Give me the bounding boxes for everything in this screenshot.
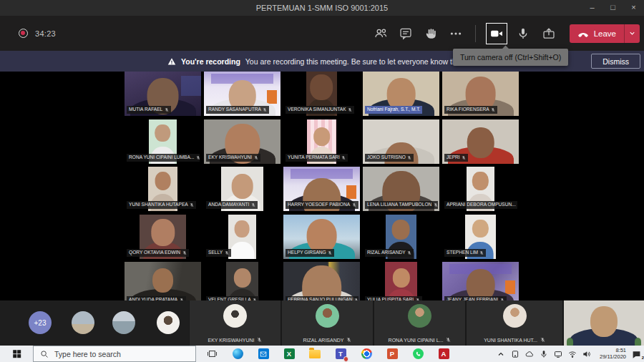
participant-name-label: VELENT GRESILLA: [206, 296, 259, 300]
start-button[interactable]: [0, 346, 33, 362]
mic-muted-icon: [253, 298, 257, 300]
acrobat-app[interactable]: A: [438, 348, 449, 360]
teams-app[interactable]: T: [335, 348, 346, 360]
acrobat-icon: A: [439, 348, 449, 359]
participant-tile[interactable]: SELLY: [204, 215, 280, 259]
mic-muted-icon: [196, 155, 200, 160]
tray-expand-icon[interactable]: [497, 350, 505, 358]
participant-name-label: MUTIA RAFAEL: [127, 106, 171, 114]
dismiss-button[interactable]: Dismiss: [591, 54, 640, 69]
participant-tile[interactable]: STEPHEN LIM: [442, 215, 519, 259]
participant-tile[interactable]: HELPY GIRSANG: [283, 215, 360, 259]
participant-tile[interactable]: JEANY JEAN FEBRIANI: [442, 262, 519, 300]
tray-microphone-icon[interactable]: [540, 350, 548, 358]
mic-muted-icon: [341, 155, 346, 160]
device-icon[interactable]: [511, 350, 519, 358]
onedrive-icon[interactable]: [525, 350, 534, 358]
participant-tile[interactable]: MUTIA RAFAEL: [125, 72, 201, 116]
edge-app[interactable]: [232, 348, 243, 360]
participant-tile[interactable]: RONA YUNI CIPAINI LUMBA...: [125, 119, 201, 164]
participant-tile[interactable]: VELENT GRESILLA: [204, 262, 280, 300]
participant-tile[interactable]: QORY OKTAVIA EDWIN: [125, 215, 201, 259]
recording-dot-icon: [19, 29, 28, 38]
meeting-timer: 34:23: [35, 29, 56, 38]
leave-menu-chevron[interactable]: [625, 24, 640, 43]
participant-tile[interactable]: HARRY YOESOEF PABIONA: [283, 167, 360, 211]
participant-tile[interactable]: YUNI SHANTIKA HUTAPEA: [125, 167, 201, 211]
participant-tile[interactable]: YUNI SHANTIKA HUT...: [467, 300, 562, 346]
display-icon[interactable]: [554, 350, 562, 358]
participant-tile[interactable]: EKY KRISWAHYUNI: [190, 300, 280, 346]
participant-tile[interactable]: LENA LILIANA TAMPUBOLON: [363, 167, 439, 211]
minimize-button[interactable]: –: [582, 0, 602, 16]
participant-tile[interactable]: RIZAL ARISANDY: [363, 215, 439, 259]
overflow-participants-badge[interactable]: +23: [29, 311, 52, 334]
notification-count: 2: [642, 356, 644, 360]
participant-tile[interactable]: JEPRI: [442, 119, 519, 164]
excel-app[interactable]: X: [283, 348, 295, 360]
participant-name-label: LENA LILIANA TAMPUBOLON: [365, 201, 438, 209]
video-grid: MUTIA RAFAEL RANDY SASANAPUTRA VERONIKA …: [125, 72, 519, 300]
chat-icon[interactable]: [399, 27, 412, 40]
participant-name-label: HARRY YOESOEF PABIONA: [286, 201, 358, 209]
file-explorer-app[interactable]: [309, 348, 321, 360]
mic-muted-icon: [479, 250, 484, 255]
windows-taskbar: Type here to search X T P A 8:51 29/11/2…: [0, 346, 644, 362]
avatar[interactable]: [72, 311, 94, 334]
participant-tile-active-speaker[interactable]: Nofriani Fajrah, S.T., M.T.: [363, 72, 439, 116]
close-button[interactable]: ×: [623, 0, 644, 16]
participant-tile[interactable]: JOKO SUTRISNO: [363, 119, 439, 164]
participant-tile[interactable]: EKY KRISWAHYUNI: [204, 119, 280, 164]
powerpoint-app[interactable]: P: [386, 348, 398, 360]
task-view-button[interactable]: [206, 348, 218, 360]
raise-hand-icon[interactable]: [424, 27, 437, 40]
participant-tile[interactable]: YUNITA PERMATA SARI: [283, 119, 360, 164]
participant-tile[interactable]: VERONIKA SIMANJUNTAK: [283, 72, 360, 116]
maximize-button[interactable]: □: [602, 0, 623, 16]
mail-app[interactable]: [258, 348, 269, 360]
taskbar-clock[interactable]: 8:51 29/11/2020: [600, 348, 626, 360]
participant-tile[interactable]: FEBRINA SANJO PULUNGAN: [283, 262, 360, 300]
microphone-icon[interactable]: [517, 27, 530, 40]
share-screen-icon[interactable]: [542, 27, 556, 40]
volume-icon[interactable]: [582, 350, 591, 358]
participant-name-label: RANDY SASANAPUTRA: [206, 106, 269, 114]
participant-tile[interactable]: RANDY SASANAPUTRA: [204, 72, 280, 116]
video-feed: [283, 262, 360, 300]
action-center-button[interactable]: 2: [632, 349, 641, 358]
self-view-tile[interactable]: [564, 300, 644, 346]
taskbar-search[interactable]: Type here to search: [33, 346, 196, 362]
participant-tile[interactable]: APRIANI DEBORA OMPUSUN...: [442, 167, 519, 211]
whatsapp-app[interactable]: [412, 348, 424, 360]
edge-icon: [233, 348, 243, 359]
avatar[interactable]: [157, 311, 180, 334]
participant-tile[interactable]: RONA YUNI CIPAINI L...: [374, 300, 465, 346]
mic-muted-icon: [500, 298, 504, 300]
mic-muted-icon: [225, 250, 229, 255]
participant-name-label: STEPHEN LIM: [444, 249, 486, 257]
participant-tile[interactable]: RIKA FIORENSERA: [442, 72, 519, 116]
chrome-app[interactable]: [361, 348, 372, 360]
participant-name-label: QORY OKTAVIA EDWIN: [127, 249, 189, 257]
video-feed: [228, 215, 256, 259]
participant-name-label: EKY KRISWAHYUNI: [206, 154, 260, 162]
participant-tile[interactable]: YULIA PUSPITA SARI: [363, 262, 439, 300]
more-options-icon[interactable]: [449, 27, 462, 40]
participant-tile[interactable]: ANDA DAMAYANTI: [204, 167, 280, 211]
mic-muted-icon: [346, 337, 351, 343]
mic-muted-icon: [462, 155, 466, 160]
wifi-icon[interactable]: [568, 350, 577, 358]
task-view-icon: [207, 348, 218, 359]
teams-notification-badge: [343, 356, 349, 362]
leave-button[interactable]: Leave: [570, 24, 640, 43]
camera-toggle-button[interactable]: [486, 23, 507, 44]
participant-name-label: YUNI SHANTIKA HUT...: [467, 337, 562, 343]
search-icon: [40, 350, 49, 358]
window-title: PERTEMUAN 1-SMM ISO 9001:2015: [0, 0, 644, 16]
participant-tile[interactable]: RIZAL ARISANDY: [282, 300, 373, 346]
participant-tile[interactable]: ANDI YUDA PRATAMA: [125, 262, 201, 300]
mic-muted-icon: [328, 250, 332, 255]
mic-muted-icon: [540, 337, 545, 343]
participants-icon[interactable]: [374, 27, 387, 40]
avatar[interactable]: [112, 311, 135, 334]
